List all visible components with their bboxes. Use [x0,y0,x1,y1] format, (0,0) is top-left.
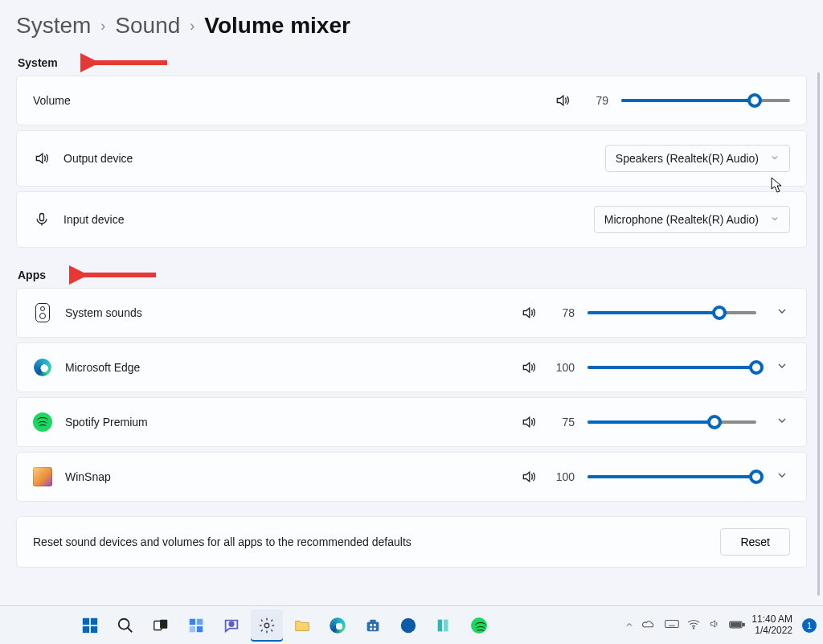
output-device-row: Output device Speakers (Realtek(R) Audio… [16,130,807,187]
wifi-icon[interactable] [687,618,700,632]
svg-rect-34 [743,623,744,626]
app-volume-value: 100 [551,361,575,374]
volume-tray-icon[interactable] [708,618,721,632]
svg-point-15 [229,621,234,626]
keyboard-icon[interactable] [665,618,679,632]
app-volume-slider-spotify[interactable] [588,414,756,430]
chevron-down-icon [770,213,780,226]
svg-rect-35 [731,622,741,626]
reset-row: Reset sound devices and volumes for all … [16,516,807,568]
app-icon [33,303,52,322]
svg-rect-13 [190,626,195,631]
svg-rect-6 [91,626,97,632]
breadcrumb: System › Sound › Volume mixer [16,13,807,39]
reset-description: Reset sound devices and volumes for all … [33,535,412,548]
chevron-right-icon: › [190,18,194,35]
store-button[interactable] [357,609,389,642]
output-device-dropdown[interactable]: Speakers (Realtek(R) Audio) [605,145,790,172]
speaker-icon [520,469,538,485]
system-volume-slider[interactable] [621,92,790,109]
expand-row-chevron[interactable] [776,305,790,321]
dell-app-button[interactable] [392,609,424,642]
volume-value: 79 [584,94,608,107]
app-icon [33,412,52,432]
annotation-arrow [80,53,169,72]
battery-icon[interactable] [729,619,745,632]
svg-rect-12 [197,618,203,624]
svg-rect-10 [160,619,167,628]
spotify-taskbar-button[interactable] [463,609,495,642]
widgets-button[interactable] [180,609,212,642]
app-volume-row-system-sounds: System sounds78 [16,288,807,338]
input-device-selected: Microphone (Realtek(R) Audio) [604,213,759,226]
svg-rect-24 [438,619,443,631]
svg-rect-20 [374,624,376,626]
taskbar-time: 11:40 AM [751,614,792,626]
input-device-dropdown[interactable]: Microphone (Realtek(R) Audio) [594,206,790,233]
annotation-arrow [69,265,158,285]
scrollbar[interactable] [817,72,820,596]
onedrive-icon[interactable] [642,618,657,632]
app-volume-row-microsoft-edge: Microsoft Edge100 [16,343,807,392]
app-volume-value: 78 [551,306,575,319]
file-explorer-button[interactable] [286,609,318,642]
chevron-down-icon [770,152,780,165]
svg-rect-18 [370,619,375,622]
svg-rect-3 [83,617,89,624]
app-volume-slider-system-sounds[interactable] [588,305,756,321]
input-device-label: Input device [63,213,125,226]
apps-list: System sounds78Microsoft Edge100Spotify … [16,288,807,502]
output-device-selected: Speakers (Realtek(R) Audio) [616,152,759,165]
reset-button[interactable]: Reset [720,528,790,556]
system-tray[interactable] [624,618,745,632]
breadcrumb-sound[interactable]: Sound [115,13,180,39]
start-button[interactable] [74,609,106,642]
svg-rect-4 [91,617,97,624]
expand-row-chevron[interactable] [776,359,790,375]
output-device-label: Output device [63,152,133,165]
expand-row-chevron[interactable] [776,469,790,485]
app-volume-row-spotify: Spotify Premium75 [16,397,807,447]
taskbar-clock[interactable]: 11:40 AM 1/4/2022 [751,614,792,637]
expand-row-chevron[interactable] [776,414,790,430]
svg-point-32 [694,628,694,629]
system-volume-row: Volume 79 [16,76,807,125]
section-title-system: System [18,56,807,69]
tray-overflow-icon[interactable] [624,619,634,632]
chat-button[interactable] [215,609,248,642]
app-volume-slider-winsnap[interactable] [588,469,756,485]
microphone-icon [33,211,51,228]
taskbar-apps [71,609,624,642]
speaker-icon [520,359,538,375]
speaker-icon [33,150,51,166]
app-volume-value: 75 [551,416,575,429]
svg-rect-19 [370,624,372,626]
settings-content: System › Sound › Volume mixer System Vol… [0,0,823,605]
notifications-badge[interactable]: 1 [802,618,817,633]
app-icon [33,358,52,377]
app-button-teal[interactable] [428,609,460,642]
edge-taskbar-button[interactable] [321,609,354,642]
settings-taskbar-button[interactable] [251,609,283,642]
app-volume-slider-microsoft-edge[interactable] [588,359,756,375]
svg-rect-25 [444,619,448,631]
svg-point-23 [401,617,416,632]
speaker-icon [520,414,538,430]
breadcrumb-system[interactable]: System [16,13,91,39]
app-icon [33,467,52,486]
svg-rect-1 [40,214,44,221]
task-view-button[interactable] [145,609,177,642]
search-button[interactable] [109,609,141,642]
section-title-apps: Apps [18,269,807,281]
spotify-icon [33,412,52,432]
svg-rect-17 [367,621,379,631]
app-name: Microsoft Edge [65,361,140,374]
taskbar: 11:40 AM 1/4/2022 1 [0,605,823,644]
winsnap-icon [33,467,52,486]
app-name: System sounds [65,306,142,319]
input-device-row: Input device Microphone (Realtek(R) Audi… [16,191,807,248]
svg-rect-26 [665,621,679,628]
svg-point-7 [119,618,129,629]
edge-icon [34,359,51,376]
volume-label: Volume [33,94,71,107]
